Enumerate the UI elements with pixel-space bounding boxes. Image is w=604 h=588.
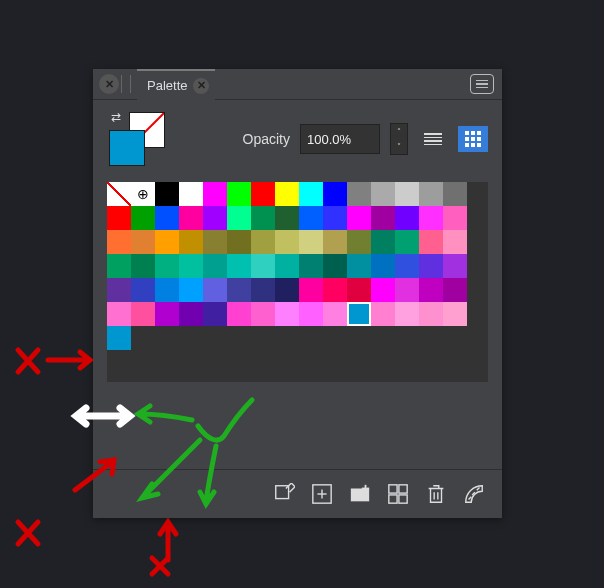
swatch[interactable] [251,302,275,326]
swatch[interactable] [131,254,155,278]
swatch[interactable] [275,206,299,230]
swatch[interactable] [371,182,395,206]
swatch[interactable] [275,230,299,254]
swatch[interactable] [155,302,179,326]
opacity-stepper[interactable]: ˄ ˅ [390,123,408,155]
swatch[interactable] [443,230,467,254]
swatch[interactable] [371,230,395,254]
swatch[interactable] [131,278,155,302]
swatch[interactable] [275,302,299,326]
swatch[interactable] [371,254,395,278]
swatch[interactable] [347,206,371,230]
swatch[interactable] [107,182,131,206]
swatch[interactable] [419,278,443,302]
swatch[interactable] [155,182,179,206]
swatch[interactable] [323,230,347,254]
swatch[interactable] [155,278,179,302]
swatch[interactable] [227,254,251,278]
swatch[interactable] [107,254,131,278]
swatch[interactable] [323,302,347,326]
swatch[interactable] [323,182,347,206]
swatch[interactable] [299,230,323,254]
swatch[interactable] [347,182,371,206]
close-panel-group-icon[interactable]: ✕ [99,74,119,94]
swatch[interactable] [179,206,203,230]
chevron-up-icon[interactable]: ˄ [391,124,407,139]
palette-library-icon[interactable] [460,480,488,508]
swatch[interactable] [227,278,251,302]
swatch[interactable] [251,206,275,230]
swatch[interactable] [275,254,299,278]
swatch[interactable] [179,182,203,206]
swatch[interactable] [419,254,443,278]
swatch[interactable] [131,230,155,254]
swatch[interactable] [443,182,467,206]
swatch[interactable] [419,206,443,230]
swatch[interactable] [203,230,227,254]
swatch[interactable] [107,278,131,302]
swatch[interactable] [203,182,227,206]
color-wells[interactable]: ⇄ [107,112,167,166]
panel-menu-icon[interactable] [470,74,494,94]
swatch[interactable] [419,302,443,326]
opacity-input[interactable] [300,124,380,154]
swatch[interactable] [131,302,155,326]
swatch[interactable] [299,302,323,326]
swatch[interactable] [395,278,419,302]
swatch[interactable] [227,206,251,230]
swatch[interactable] [347,230,371,254]
foreground-color-well[interactable] [109,130,145,166]
swatch[interactable] [179,254,203,278]
swatch[interactable] [443,278,467,302]
swatch[interactable] [299,206,323,230]
swatch[interactable] [323,278,347,302]
chevron-down-icon[interactable]: ˅ [391,139,407,154]
swatch[interactable] [299,278,323,302]
delete-swatch-icon[interactable] [422,480,450,508]
add-swatch-icon[interactable] [308,480,336,508]
swatch[interactable] [179,230,203,254]
swatch[interactable] [179,302,203,326]
swatch[interactable] [107,230,131,254]
swatch[interactable] [107,302,131,326]
swatch[interactable] [251,254,275,278]
swatch[interactable] [131,206,155,230]
swatch[interactable] [443,254,467,278]
swatch[interactable] [395,302,419,326]
swatch[interactable] [299,182,323,206]
swatch[interactable] [251,182,275,206]
swatch[interactable] [275,182,299,206]
swatch[interactable] [227,302,251,326]
close-tab-icon[interactable]: ✕ [193,78,209,94]
edit-swatch-icon[interactable] [270,480,298,508]
swatch[interactable] [323,254,347,278]
swatch[interactable] [203,254,227,278]
swatch[interactable] [299,254,323,278]
swatch[interactable] [323,206,347,230]
swatch[interactable] [371,278,395,302]
swatch[interactable] [251,230,275,254]
swatch[interactable] [107,206,131,230]
swatch[interactable] [227,230,251,254]
swatch[interactable] [371,302,395,326]
swap-colors-icon[interactable]: ⇄ [111,110,121,124]
swatch[interactable] [155,254,179,278]
swatch[interactable] [275,278,299,302]
swatch[interactable] [155,206,179,230]
swatch-grid[interactable]: ⊕ [107,182,488,382]
grid-view-icon[interactable] [458,126,488,152]
swatch[interactable] [107,326,131,350]
tab-palette[interactable]: Palette ✕ [137,69,215,100]
swatch[interactable] [347,254,371,278]
swatch[interactable] [443,206,467,230]
add-current-fill-icon[interactable] [346,480,374,508]
swatch[interactable] [203,302,227,326]
swatch[interactable] [179,278,203,302]
swatch[interactable] [419,182,443,206]
swatch[interactable] [203,278,227,302]
swatch[interactable] [419,230,443,254]
swatch[interactable]: ⊕ [131,182,155,206]
swatch[interactable] [395,206,419,230]
swatch[interactable] [395,254,419,278]
swatch[interactable] [395,182,419,206]
